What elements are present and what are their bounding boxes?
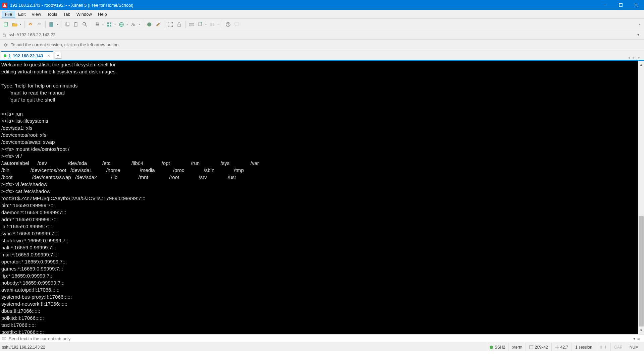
svg-line-13 xyxy=(85,25,87,26)
help-button[interactable]: ? xyxy=(224,20,232,28)
reconnect-button[interactable] xyxy=(26,20,35,28)
terminal-scrollbar[interactable]: ▲ ▼ xyxy=(638,61,644,334)
lock-icon xyxy=(2,33,7,37)
menu-file[interactable]: File xyxy=(2,11,15,18)
status-cap: CAP xyxy=(610,343,626,351)
status-size: 209x42 xyxy=(526,343,551,351)
separator xyxy=(143,21,143,28)
terminal-pane[interactable]: Welcome to guestfish, the guest filesyst… xyxy=(0,61,644,334)
layout-button[interactable] xyxy=(105,20,117,28)
menu-edit[interactable]: Edit xyxy=(15,11,29,18)
fullscreen-button[interactable] xyxy=(166,20,174,28)
status-bar: ssh://192.168.22.143:22 SSH2 xterm 209x4… xyxy=(0,343,644,351)
address-dropdown[interactable]: ▼ xyxy=(635,33,642,37)
svg-rect-11 xyxy=(75,22,76,23)
session-tab[interactable]: 1 192.168.22.143 ✕ xyxy=(1,51,53,60)
tab-list-button[interactable]: ▼ xyxy=(637,56,641,60)
scroll-down-icon[interactable]: ▼ xyxy=(640,326,643,334)
separator xyxy=(185,21,185,28)
separator xyxy=(45,21,46,28)
svg-rect-33 xyxy=(3,35,6,37)
terminal-output: Welcome to guestfish, the guest filesyst… xyxy=(1,62,259,334)
shield-icon xyxy=(489,345,493,349)
disconnect-button[interactable] xyxy=(35,20,43,28)
highlight-button[interactable] xyxy=(154,20,162,28)
address-text: ssh://192.168.22.143:22 xyxy=(9,32,56,37)
separator xyxy=(222,21,222,28)
add-tab-button[interactable]: + xyxy=(55,52,61,59)
tab-prev-button[interactable]: ◄ xyxy=(627,56,631,60)
menu-tools[interactable]: Tools xyxy=(44,11,60,18)
svg-rect-1 xyxy=(620,4,623,7)
status-term: xterm xyxy=(508,343,526,351)
toolbar-overflow[interactable]: ▾ xyxy=(638,22,642,26)
svg-rect-9 xyxy=(66,22,69,25)
separator xyxy=(164,21,164,28)
find-button[interactable] xyxy=(81,20,89,28)
tile-button[interactable] xyxy=(208,20,220,28)
status-cursor: 42,7 xyxy=(551,343,572,351)
menu-tab[interactable]: Tab xyxy=(60,11,73,18)
status-updown: ⬆ ⬇ xyxy=(596,343,610,351)
tab-strip: 1 192.168.22.143 ✕ + ◄ ► ▼ xyxy=(0,50,644,60)
svg-point-23 xyxy=(147,22,151,26)
separator xyxy=(61,21,61,28)
status-protocol: SSH2 xyxy=(486,343,508,351)
arrow-left-icon xyxy=(3,42,8,48)
print-button[interactable] xyxy=(93,20,105,28)
window-title: 192.168.22.143 - root@192:~ - Xshell 5 (… xyxy=(10,3,598,8)
svg-rect-16 xyxy=(107,22,109,24)
svg-point-12 xyxy=(83,22,86,25)
send-bar[interactable]: ▼ ≡ xyxy=(0,334,644,343)
minimize-button[interactable] xyxy=(598,0,613,10)
svg-rect-17 xyxy=(110,22,111,24)
open-button[interactable] xyxy=(11,20,22,28)
font-button[interactable]: AA xyxy=(129,20,141,28)
svg-rect-7 xyxy=(50,22,53,26)
new-window-button[interactable]: + xyxy=(196,20,208,28)
svg-rect-15 xyxy=(96,22,98,24)
address-bar[interactable]: ssh://192.168.22.143:22 ▼ xyxy=(0,30,644,40)
send-target-dropdown[interactable]: ▼ xyxy=(631,337,637,341)
status-dot-icon xyxy=(4,54,6,57)
keyboard-button[interactable] xyxy=(187,20,196,28)
scroll-up-icon[interactable]: ▲ xyxy=(640,61,643,68)
status-num: NUM xyxy=(626,343,642,351)
app-icon xyxy=(2,2,7,8)
send-input[interactable] xyxy=(9,336,631,341)
tab-close-icon[interactable]: ✕ xyxy=(47,54,50,58)
menu-window[interactable]: Window xyxy=(73,11,95,18)
separator xyxy=(91,21,91,28)
svg-rect-4 xyxy=(4,23,7,26)
menu-view[interactable]: View xyxy=(29,11,44,18)
position-icon xyxy=(555,345,559,349)
window-titlebar: 192.168.22.143 - root@192:~ - Xshell 5 (… xyxy=(0,0,644,10)
menu-help[interactable]: Help xyxy=(95,11,110,18)
menu-bar: File Edit View Tools Tab Window Help xyxy=(0,10,644,19)
hint-text: To add the current session, click on the… xyxy=(11,42,120,47)
new-session-button[interactable] xyxy=(2,20,10,28)
copy-button[interactable] xyxy=(63,20,71,28)
paste-button[interactable] xyxy=(72,20,80,28)
svg-text:A: A xyxy=(133,24,136,27)
svg-text:?: ? xyxy=(227,23,229,26)
profile-button[interactable] xyxy=(48,20,59,28)
tab-label: 192.168.22.143 xyxy=(13,53,43,58)
svg-rect-14 xyxy=(96,24,99,25)
svg-rect-18 xyxy=(107,25,109,26)
color-button[interactable] xyxy=(145,20,153,28)
scroll-thumb[interactable] xyxy=(639,216,644,326)
separator xyxy=(24,21,24,28)
maximize-button[interactable] xyxy=(613,0,629,10)
encoding-button[interactable] xyxy=(117,20,129,28)
send-icon xyxy=(2,336,7,341)
svg-rect-34 xyxy=(6,44,7,46)
tab-next-button[interactable]: ► xyxy=(632,56,636,60)
hint-bar: To add the current session, click on the… xyxy=(0,40,644,50)
svg-rect-24 xyxy=(178,24,180,26)
grid-icon xyxy=(529,345,533,349)
close-button[interactable] xyxy=(629,0,644,10)
chat-button[interactable] xyxy=(233,20,241,28)
send-grip-icon: ≡ xyxy=(637,336,642,341)
lock-button[interactable] xyxy=(175,20,183,28)
